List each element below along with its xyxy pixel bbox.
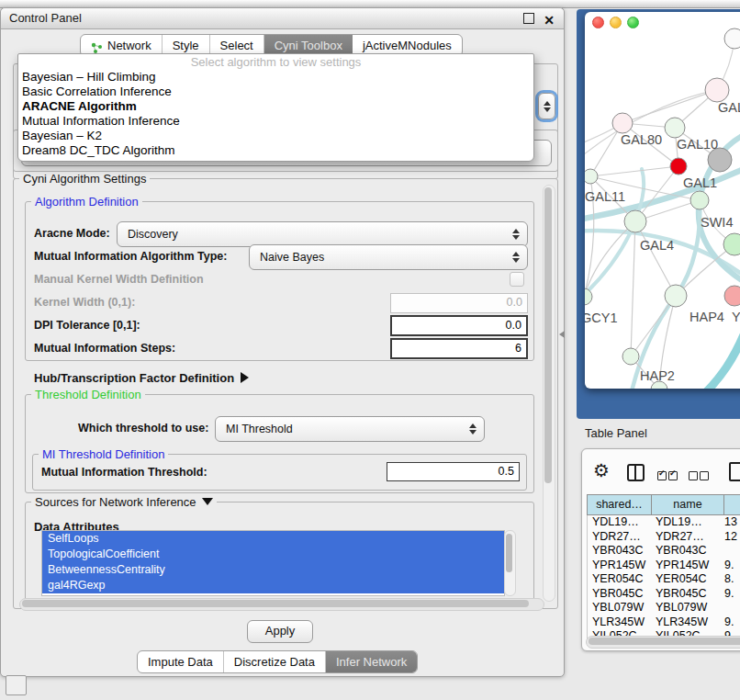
select-all-icon[interactable]: [657, 468, 679, 484]
attribute-item[interactable]: BetweennessCentrality: [42, 562, 504, 578]
algorithm-option[interactable]: Basic Correlation Inference: [18, 85, 533, 99]
table-cell: YBR043C: [651, 544, 723, 559]
scrollbar-thumb[interactable]: [589, 638, 740, 645]
network-node[interactable]: [665, 285, 687, 307]
algorithm-popup-list: Bayesian – Hill ClimbingBasic Correlatio…: [18, 70, 533, 158]
scrollbar-thumb[interactable]: [506, 534, 512, 572]
network-node[interactable]: [585, 288, 592, 305]
scrollbar-thumb[interactable]: [22, 600, 529, 607]
table-row[interactable]: YDR27…YDR27…12: [588, 530, 740, 545]
settings-hscrollbar[interactable]: [19, 598, 544, 611]
node-label: HAP4: [690, 310, 724, 324]
network-edge[interactable]: [631, 221, 635, 356]
tab-impute-data[interactable]: Impute Data: [138, 651, 224, 672]
attribute-item[interactable]: TopologicalCoefficient: [42, 547, 504, 562]
hub-section-toggle[interactable]: Hub/Transcription Factor Definition: [34, 371, 249, 385]
mi-steps-label: Mutual Information Steps:: [34, 342, 175, 355]
control-panel-title: Control Panel: [9, 11, 82, 25]
network-edge[interactable]: [590, 166, 678, 176]
settings-vscrollbar[interactable]: [543, 185, 555, 602]
node-label: GAL10: [677, 137, 718, 152]
table-cell: YDR27…: [588, 530, 651, 545]
table-column-header[interactable]: A: [724, 495, 740, 514]
attribute-item[interactable]: gal4RGexp: [42, 578, 504, 593]
gear-icon[interactable]: ⚙: [593, 461, 610, 480]
algorithm-option[interactable]: Mutual Information Inference: [18, 114, 533, 129]
aracne-mode-select[interactable]: Discovery: [117, 221, 528, 247]
mi-threshold-label: Mutual Information Threshold:: [41, 466, 207, 479]
table-hscrollbar[interactable]: [586, 636, 740, 649]
algorithm-option[interactable]: Bayesian – K2: [18, 129, 533, 143]
table-cell: YDR27…: [651, 530, 723, 545]
network-node[interactable]: [705, 78, 729, 102]
checked-box-icon: [657, 471, 667, 480]
table-row[interactable]: YPR145WYPR145W9.: [588, 559, 740, 573]
table-row[interactable]: YDL19…YDL19…13: [588, 515, 740, 530]
tab-discretize-data[interactable]: Discretize Data: [224, 651, 326, 672]
network-node[interactable]: [585, 169, 598, 184]
mi-steps-field[interactable]: 6: [390, 338, 528, 359]
deselect-all-icon[interactable]: [689, 468, 711, 484]
table-panel-window: ⚙ shared…nameA YDL19…YDL19…13YDR27…YDR27…: [581, 448, 740, 651]
combo-arrows-icon: [469, 423, 477, 435]
table-row[interactable]: YLR345WYLR345W9.: [588, 615, 740, 630]
algorithm-option[interactable]: Dream8 DC_TDC Algorithm: [18, 143, 533, 158]
network-node[interactable]: [622, 348, 639, 365]
network-node[interactable]: [612, 113, 633, 133]
table-row[interactable]: YBR045CYBR045C9.: [588, 587, 740, 602]
kernel-width-field[interactable]: 0.0: [390, 293, 528, 313]
collapsed-panel-button[interactable]: [6, 675, 27, 695]
panel-splitter-handle[interactable]: [559, 331, 565, 338]
table-row[interactable]: YBR043CYBR043C: [588, 544, 740, 559]
table-cell: [723, 601, 740, 615]
mi-type-select[interactable]: Naive Bayes: [249, 244, 528, 270]
sources-title[interactable]: Sources for Network Inference: [31, 495, 217, 509]
apply-button[interactable]: Apply: [247, 620, 313, 643]
algorithm-option[interactable]: ARACNE Algorithm: [18, 99, 533, 114]
table-cell: 9.: [723, 559, 740, 573]
algorithm-combobox-arrow[interactable]: [538, 93, 555, 119]
table-row[interactable]: YBL079WYBL079W: [588, 601, 740, 615]
network-node[interactable]: [624, 210, 646, 232]
table-cell: YBR045C: [651, 587, 723, 602]
close-icon[interactable]: ✕: [544, 10, 555, 30]
manual-kernel-label: Manual Kernel Width Definition: [34, 273, 204, 286]
float-window-icon[interactable]: [523, 13, 534, 24]
network-edge[interactable]: [703, 331, 740, 389]
algorithm-option[interactable]: Bayesian – Hill Climbing: [18, 70, 533, 85]
table-cell: 8.: [723, 572, 740, 587]
node-label: GAL1: [683, 175, 717, 190]
network-node[interactable]: [665, 118, 685, 138]
table-body: YDL19…YDL19…13YDR27…YDR27…12YBR043CYBR04…: [587, 515, 740, 644]
mi-threshold-field[interactable]: 0.5: [387, 462, 520, 481]
control-panel-window: Control Panel ✕ Network Style Se: [0, 7, 565, 677]
network-node[interactable]: [724, 28, 740, 49]
table-column-header[interactable]: shared…: [588, 495, 652, 514]
scrollbar-thumb[interactable]: [544, 187, 552, 483]
dpi-tolerance-field[interactable]: 0.0: [390, 315, 528, 336]
columns-icon[interactable]: [627, 464, 645, 481]
data-attributes-list[interactable]: SelfLoopsTopologicalCoefficientBetweenne…: [41, 530, 505, 596]
table-row[interactable]: YER054CYER054C8.: [588, 572, 740, 587]
table-cell: YBR043C: [588, 544, 651, 559]
network-canvas[interactable]: GALGAL80GAL10GAL1GAL11SWI4GAL4GCY1HAP4YH…: [585, 12, 740, 389]
which-threshold-label: Which threshold to use:: [78, 422, 208, 435]
manual-kernel-checkbox[interactable]: [510, 272, 524, 287]
network-node[interactable]: [690, 191, 709, 209]
export-table-icon[interactable]: [729, 462, 740, 481]
algorithm-popup-prompt: Select algorithm to view settings: [18, 54, 533, 70]
attributes-vscrollbar[interactable]: [504, 530, 516, 596]
network-node[interactable]: [724, 286, 740, 306]
expanded-arrow-icon: [202, 498, 213, 505]
network-edge[interactable]: [635, 221, 676, 296]
network-node[interactable]: [723, 233, 740, 255]
node-label: GAL: [718, 100, 740, 115]
table-column-header[interactable]: name: [652, 495, 724, 514]
which-threshold-select[interactable]: MI Threshold: [215, 416, 485, 442]
network-edge[interactable]: [622, 90, 717, 123]
tab-infer-network[interactable]: Infer Network: [326, 651, 417, 672]
table-cell: YDL19…: [588, 515, 651, 530]
attribute-item[interactable]: SelfLoops: [42, 531, 504, 547]
network-node[interactable]: [670, 158, 687, 175]
network-window[interactable]: GALGAL80GAL10GAL1GAL11SWI4GAL4GCY1HAP4YH…: [585, 12, 740, 389]
